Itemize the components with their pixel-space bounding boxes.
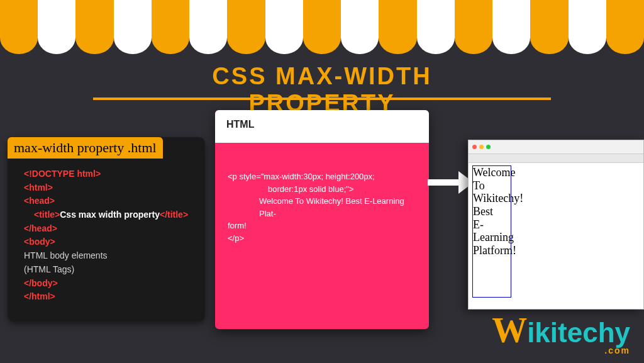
code-line: </head> <box>16 222 196 236</box>
snippet-line: Welcome To Wikitechy! Best E-Learning Pl… <box>228 195 416 220</box>
rendered-paragraph: Welcome To Wikitechy! Best E- Learning P… <box>472 165 511 298</box>
arrow-icon <box>428 171 474 194</box>
traffic-light-green-icon <box>486 145 491 149</box>
code-body: <!DOCTYPE html> <html> <head> <title>Css… <box>8 159 205 308</box>
wikitechy-logo: Wikitechy .com <box>492 310 630 355</box>
browser-tabbar <box>469 154 643 163</box>
output-line: E- <box>473 218 511 232</box>
snippet-line: <p style="max-width:30px; height:200px; <box>228 170 416 183</box>
snippet-line: border:1px solid blue;"> <box>228 183 416 196</box>
html-snippet-card: HTML <p style="max-width:30px; height:20… <box>215 110 429 329</box>
output-line: Wikitechy! <box>473 192 511 205</box>
filename-tab: max-width property .html <box>8 137 163 159</box>
code-line: <body> <box>16 235 196 249</box>
code-line: <!DOCTYPE html> <box>16 167 196 181</box>
output-line: To <box>473 179 511 193</box>
code-line: </body> <box>16 277 196 291</box>
page-title: CSS MAX-WIDTH PROPERTY <box>161 63 483 117</box>
code-line: HTML body elements <box>16 249 196 263</box>
browser-preview: Welcome To Wikitechy! Best E- Learning P… <box>468 140 644 310</box>
output-line: Platform! <box>473 244 511 257</box>
logo-text: ikitechy <box>527 317 630 348</box>
code-line: </html> <box>16 290 196 304</box>
output-line: Welcome <box>473 166 511 179</box>
browser-viewport: Welcome To Wikitechy! Best E- Learning P… <box>469 163 643 300</box>
code-line: (HTML Tags) <box>16 263 196 277</box>
browser-chrome <box>469 140 643 154</box>
title-underline <box>93 98 551 100</box>
code-line: <title>Css max width property</title> <box>16 208 196 222</box>
card-header: HTML <box>215 110 429 143</box>
snippet-line: form! <box>228 220 416 232</box>
traffic-light-yellow-icon <box>479 145 484 149</box>
awning-decoration <box>0 0 644 50</box>
snippet-line: </p> <box>228 232 416 245</box>
output-line: Best <box>473 205 511 218</box>
output-line: Learning <box>473 231 511 244</box>
snippet-body: <p style="max-width:30px; height:200px; … <box>215 143 429 250</box>
traffic-light-red-icon <box>472 145 477 149</box>
logo-w: W <box>492 311 527 350</box>
source-code-panel: max-width property .html <!DOCTYPE html>… <box>8 137 205 321</box>
code-line: <html> <box>16 181 196 195</box>
code-line: <head> <box>16 194 196 208</box>
